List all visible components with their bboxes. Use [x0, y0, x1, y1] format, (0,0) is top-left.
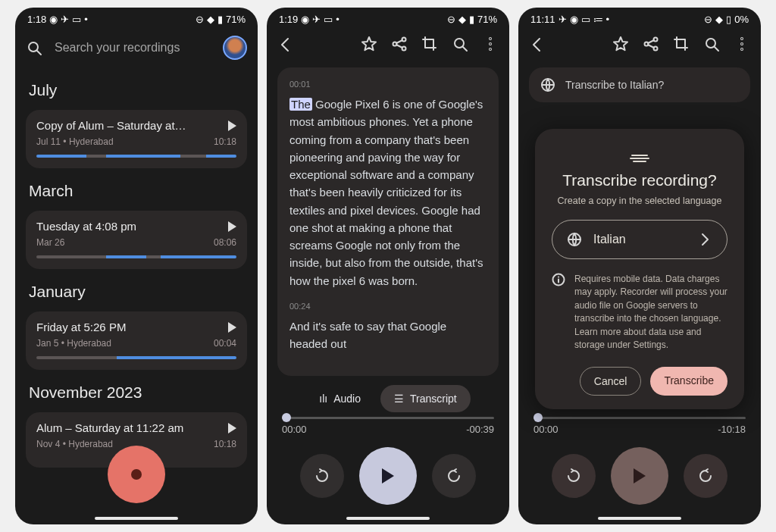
- back-icon[interactable]: [529, 36, 546, 52]
- play-icon[interactable]: [228, 221, 236, 232]
- recording-card[interactable]: Friday at 5:26 PM Jan 5 • Hyderabad 00:0…: [26, 311, 247, 370]
- record-button[interactable]: [108, 446, 165, 503]
- seek-thumb[interactable]: [534, 413, 543, 422]
- youtube-icon: ▭: [72, 14, 81, 25]
- svg-point-12: [742, 39, 743, 39]
- more-icon[interactable]: [482, 36, 499, 52]
- home-indicator[interactable]: [346, 517, 430, 520]
- battery-text: 0%: [734, 14, 749, 25]
- waveform[interactable]: [36, 356, 236, 359]
- section-header: November 2023: [15, 374, 258, 408]
- transcribe-modal: Transcribe recording? Create a copy in t…: [535, 129, 744, 409]
- info-icon: [552, 273, 565, 286]
- transcript-lines-icon: ☰: [394, 393, 404, 405]
- crop-icon[interactable]: [421, 36, 438, 52]
- search-icon[interactable]: [703, 36, 720, 52]
- star-icon[interactable]: [361, 36, 377, 52]
- svg-point-5: [490, 39, 491, 39]
- status-time: 11:11: [530, 14, 555, 25]
- recording-card[interactable]: Tuesday at 4:08 pm Mar 26 08:06: [26, 211, 247, 269]
- wifi-icon: ◆: [207, 14, 214, 25]
- language-selector[interactable]: Italian: [552, 220, 728, 259]
- home-indicator[interactable]: [95, 517, 178, 520]
- forward-button[interactable]: [684, 454, 728, 498]
- chevron-right-icon: [696, 231, 713, 248]
- play-icon[interactable]: [228, 322, 236, 333]
- elapsed-time: 00:00: [534, 424, 559, 435]
- text-lines-icon: [630, 155, 649, 162]
- elapsed-time: 00:00: [282, 424, 307, 435]
- playback-controls: [518, 441, 761, 524]
- svg-point-6: [490, 44, 491, 45]
- waveform[interactable]: [36, 255, 236, 258]
- recording-meta: Jan 5 • Hyderabad: [36, 338, 111, 349]
- section-header: March: [15, 173, 258, 206]
- transcript-paragraph: The Google Pixel 6 is one of Google's mo…: [289, 95, 487, 289]
- status-bar: 11:11 ✈◉▭≔• ⊖◆▯ 0%: [518, 8, 761, 28]
- play-icon[interactable]: [228, 120, 236, 131]
- modal-info-text: Requires mobile data. Data charges may a…: [574, 273, 728, 352]
- play-icon: [382, 468, 394, 483]
- transcribe-dialog-screen: 11:11 ✈◉▭≔• ⊖◆▯ 0% Transcribe to Italian…: [518, 8, 761, 524]
- whatsapp-icon: ◉: [49, 14, 58, 25]
- transcript-panel[interactable]: 00:01 The Google Pixel 6 is one of Googl…: [277, 67, 499, 376]
- svg-point-14: [742, 49, 743, 50]
- status-time: 1:19: [279, 14, 298, 25]
- star-icon[interactable]: [612, 36, 629, 52]
- back-icon[interactable]: [277, 36, 294, 52]
- rewind-icon: [314, 468, 330, 484]
- svg-point-11: [706, 39, 715, 48]
- svg-point-13: [742, 44, 743, 45]
- svg-point-7: [490, 49, 491, 50]
- play-button[interactable]: [359, 447, 417, 505]
- recording-title: Tuesday at 4:08 pm: [36, 220, 136, 233]
- section-header: July: [15, 72, 258, 105]
- seek-slider[interactable]: [282, 417, 494, 419]
- transcribe-banner[interactable]: Transcribe to Italian?: [529, 67, 750, 102]
- status-bar: 1:19 ◉✈▭• ⊖◆▮ 71%: [267, 8, 509, 28]
- battery-text: 71%: [477, 14, 497, 25]
- transcript-tab[interactable]: ☰ Transcript: [380, 385, 471, 412]
- cancel-button[interactable]: Cancel: [580, 367, 642, 396]
- recording-meta: Jul 11 • Hyderabad: [36, 136, 114, 147]
- rewind-icon: [565, 468, 582, 484]
- search-bar[interactable]: Search your recordings: [15, 28, 258, 72]
- forward-icon: [446, 468, 462, 484]
- recording-duration: 00:04: [214, 338, 236, 349]
- rewind-button[interactable]: [300, 454, 344, 498]
- rewind-button[interactable]: [552, 454, 596, 498]
- crop-icon[interactable]: [673, 36, 690, 52]
- forward-button[interactable]: [432, 454, 476, 498]
- seek-slider[interactable]: [534, 417, 746, 419]
- waveform[interactable]: [36, 155, 236, 158]
- recording-title: Friday at 5:26 PM: [36, 321, 126, 333]
- view-toggle: ılı Audio ☰ Transcript: [267, 385, 509, 412]
- record-dot-icon: [131, 469, 142, 480]
- recording-meta: Mar 26: [36, 237, 64, 248]
- recording-duration: 08:06: [214, 237, 236, 248]
- play-button[interactable]: [611, 447, 668, 505]
- play-icon[interactable]: [228, 423, 236, 433]
- selected-language: Italian: [593, 233, 626, 246]
- section-header: January: [15, 274, 258, 307]
- search-icon[interactable]: [452, 36, 468, 52]
- globe-icon: [540, 77, 556, 93]
- share-icon[interactable]: [391, 36, 408, 52]
- status-time: 1:18: [27, 14, 46, 25]
- seek-thumb[interactable]: [282, 413, 291, 422]
- play-icon: [634, 468, 646, 483]
- transcribe-button[interactable]: Transcribe: [650, 367, 728, 396]
- highlighted-word: The: [289, 98, 312, 111]
- more-icon[interactable]: [734, 36, 750, 52]
- dnd-icon: ⊖: [196, 14, 204, 25]
- home-indicator[interactable]: [598, 517, 681, 520]
- remaining-time: -00:39: [466, 424, 494, 435]
- globe-icon: [566, 231, 583, 248]
- recording-card[interactable]: Copy of Alum – Saturday at 11:2… Jul 11 …: [26, 110, 247, 168]
- recording-duration: 10:18: [214, 136, 236, 147]
- share-icon[interactable]: [643, 36, 659, 52]
- profile-avatar[interactable]: [223, 36, 247, 60]
- search-icon: [26, 39, 42, 56]
- remaining-time: -10:18: [718, 424, 746, 435]
- audio-tab[interactable]: ılı Audio: [305, 385, 374, 412]
